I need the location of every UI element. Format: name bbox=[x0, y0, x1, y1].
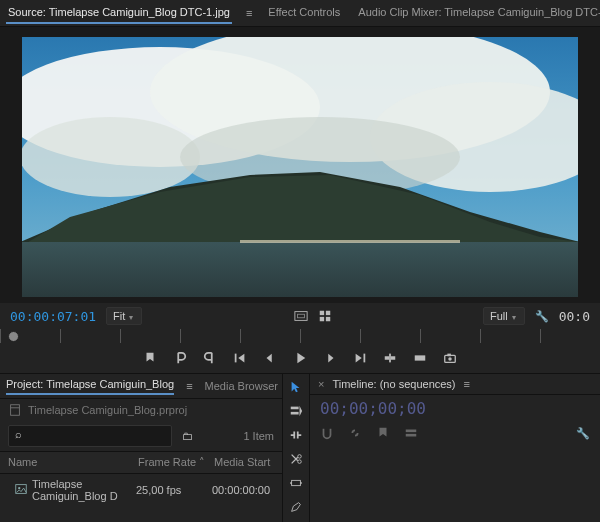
razor-tool-icon[interactable] bbox=[289, 452, 303, 466]
svg-rect-19 bbox=[415, 355, 426, 360]
timeline-timecode[interactable]: 00;00;00;00 bbox=[310, 395, 600, 422]
svg-rect-24 bbox=[11, 407, 20, 408]
svg-rect-27 bbox=[291, 407, 299, 410]
transport-controls bbox=[0, 343, 600, 373]
snap-icon[interactable] bbox=[320, 426, 334, 440]
still-image-icon bbox=[14, 482, 28, 498]
timeline-options: 🔧 bbox=[310, 422, 600, 444]
svg-point-26 bbox=[18, 487, 20, 489]
timeline-panel: × Timeline: (no sequences) ≡ 00;00;00;00… bbox=[310, 374, 600, 522]
tab-effect-controls[interactable]: Effect Controls bbox=[266, 2, 342, 24]
zoom-fit-select[interactable]: Fit▾ bbox=[106, 307, 142, 325]
timeline-display-icon[interactable] bbox=[404, 426, 418, 440]
playhead[interactable] bbox=[8, 331, 19, 342]
svg-point-29 bbox=[298, 455, 302, 459]
track-select-tool-icon[interactable] bbox=[289, 404, 303, 418]
project-panel: Project: Timelapse Camiguin_Blog ≡ Media… bbox=[0, 374, 283, 522]
source-monitor-controls: 00:00:07:01 Fit▾ Full▾ 🔧 00:0 bbox=[0, 303, 600, 329]
overwrite-icon[interactable] bbox=[413, 351, 427, 365]
svg-rect-8 bbox=[295, 312, 307, 321]
item-count: 1 Item bbox=[243, 430, 274, 442]
svg-rect-22 bbox=[447, 354, 451, 357]
safe-margins-icon[interactable] bbox=[294, 309, 308, 323]
svg-point-30 bbox=[298, 460, 302, 464]
svg-rect-16 bbox=[385, 356, 389, 360]
selection-tool-icon[interactable] bbox=[289, 380, 303, 394]
svg-rect-11 bbox=[326, 311, 330, 315]
clip-frame-rate: 25,00 fps bbox=[136, 484, 212, 496]
project-panel-tabs: Project: Timelapse Camiguin_Blog ≡ Media… bbox=[0, 374, 282, 399]
source-preview[interactable] bbox=[22, 37, 578, 297]
clip-media-start: 00:00:00:00 bbox=[212, 484, 284, 496]
svg-rect-7 bbox=[240, 240, 460, 243]
svg-rect-10 bbox=[319, 311, 323, 315]
source-monitor bbox=[0, 27, 600, 303]
svg-rect-18 bbox=[389, 354, 391, 363]
project-search-input[interactable]: ⌕ bbox=[8, 425, 172, 447]
svg-rect-12 bbox=[319, 317, 323, 321]
clip-name: Timelapse Camiguin_Blog D bbox=[32, 478, 136, 502]
source-panel-tabs: Source: Timelapse Camiguin_Blog DTC-1.jp… bbox=[0, 0, 600, 27]
multicam-icon[interactable] bbox=[318, 309, 332, 323]
new-bin-icon[interactable]: 🗀 bbox=[180, 429, 194, 443]
timeline-header: × Timeline: (no sequences) ≡ bbox=[310, 374, 600, 395]
svg-rect-32 bbox=[406, 430, 417, 433]
ripple-edit-tool-icon[interactable] bbox=[289, 428, 303, 442]
source-time-ruler[interactable] bbox=[0, 329, 600, 343]
svg-rect-6 bbox=[22, 242, 578, 297]
export-frame-icon[interactable] bbox=[443, 351, 457, 365]
chevron-down-icon: ▾ bbox=[129, 313, 133, 322]
project-item-row[interactable]: Timelapse Camiguin_Blog D 25,00 fps 00:0… bbox=[0, 474, 282, 506]
svg-rect-31 bbox=[292, 480, 301, 485]
tab-media-browser[interactable]: Media Browser bbox=[205, 380, 278, 392]
svg-rect-33 bbox=[406, 434, 417, 437]
project-file-name: Timelapse Camiguin_Blog.prproj bbox=[28, 404, 187, 416]
step-back-icon[interactable] bbox=[263, 351, 277, 365]
linked-selection-icon[interactable] bbox=[348, 426, 362, 440]
chevron-down-icon: ▾ bbox=[512, 313, 516, 322]
svg-rect-23 bbox=[11, 405, 20, 416]
svg-rect-13 bbox=[326, 317, 330, 321]
timeline-title: Timeline: (no sequences) bbox=[332, 378, 455, 390]
preview-image bbox=[22, 37, 578, 297]
panel-menu-icon[interactable]: ≡ bbox=[464, 378, 470, 390]
pen-tool-icon[interactable] bbox=[289, 500, 303, 514]
tool-palette bbox=[283, 374, 310, 522]
svg-rect-14 bbox=[235, 354, 237, 363]
col-name[interactable]: Name bbox=[8, 456, 138, 469]
go-to-in-icon[interactable] bbox=[233, 351, 247, 365]
resolution-select[interactable]: Full▾ bbox=[483, 307, 525, 325]
add-marker-icon[interactable] bbox=[143, 351, 157, 365]
svg-rect-17 bbox=[391, 356, 395, 360]
mark-out-icon[interactable] bbox=[203, 351, 217, 365]
step-forward-icon[interactable] bbox=[323, 351, 337, 365]
close-icon[interactable]: × bbox=[318, 378, 324, 390]
insert-icon[interactable] bbox=[383, 351, 397, 365]
play-icon[interactable] bbox=[293, 351, 307, 365]
svg-rect-9 bbox=[297, 314, 304, 318]
mark-in-icon[interactable] bbox=[173, 351, 187, 365]
project-columns: Name Frame Rate ˄ Media Start Media bbox=[0, 451, 282, 474]
svg-rect-15 bbox=[364, 354, 366, 363]
go-to-out-icon[interactable] bbox=[353, 351, 367, 365]
col-media-start[interactable]: Media Start bbox=[214, 456, 286, 469]
source-timecode[interactable]: 00:00:07:01 bbox=[10, 309, 96, 324]
tab-audio-clip-mixer[interactable]: Audio Clip Mixer: Timelapse Camiguin_Blo… bbox=[356, 2, 600, 24]
tab-source[interactable]: Source: Timelapse Camiguin_Blog DTC-1.jp… bbox=[6, 2, 232, 24]
source-end-timecode: 00:0 bbox=[559, 309, 590, 324]
slip-tool-icon[interactable] bbox=[289, 476, 303, 490]
col-frame-rate[interactable]: Frame Rate ˄ bbox=[138, 456, 214, 469]
sort-asc-icon: ˄ bbox=[199, 456, 205, 468]
add-marker-tl-icon[interactable] bbox=[376, 426, 390, 440]
timeline-settings-icon[interactable]: 🔧 bbox=[576, 426, 590, 440]
panel-menu-icon[interactable]: ≡ bbox=[186, 380, 192, 392]
settings-icon[interactable]: 🔧 bbox=[535, 309, 549, 323]
svg-point-4 bbox=[22, 117, 200, 197]
project-file-row: Timelapse Camiguin_Blog.prproj bbox=[0, 399, 282, 421]
panel-menu-icon[interactable]: ≡ bbox=[246, 7, 252, 19]
tab-project[interactable]: Project: Timelapse Camiguin_Blog bbox=[6, 378, 174, 395]
svg-point-21 bbox=[448, 357, 452, 361]
project-file-icon bbox=[8, 403, 22, 417]
svg-rect-28 bbox=[291, 412, 299, 415]
